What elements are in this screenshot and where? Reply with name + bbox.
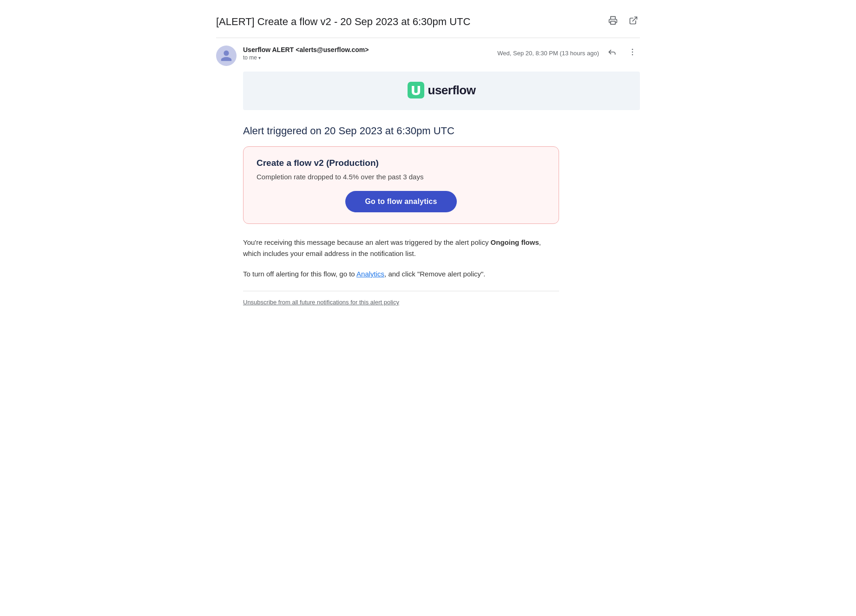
- body-paragraph-1: You're receiving this message because an…: [243, 237, 559, 259]
- unsubscribe-section: Unsubscribe from all future notification…: [243, 299, 640, 306]
- svg-point-2: [632, 49, 633, 50]
- logo-banner: userflow: [243, 72, 640, 110]
- alert-heading: Alert triggered on 20 Sep 2023 at 6:30pm…: [243, 125, 640, 137]
- email-subject: [ALERT] Create a flow v2 - 20 Sep 2023 a…: [216, 16, 470, 28]
- more-options-button[interactable]: [625, 46, 640, 61]
- body-para1-text1: You're receiving this message because an…: [243, 238, 491, 246]
- to-label: to me: [243, 54, 257, 61]
- chevron-down-icon[interactable]: ▾: [258, 55, 261, 60]
- email-body: userflow Alert triggered on 20 Sep 2023 …: [216, 72, 640, 317]
- email-date: Wed, Sep 20, 8:30 PM (13 hours ago): [497, 50, 599, 57]
- unsubscribe-link[interactable]: Unsubscribe from all future notification…: [243, 299, 399, 306]
- sender-info: Userflow ALERT <alerts@userflow.com> to …: [243, 46, 491, 61]
- body-paragraph-2: To turn off alerting for this flow, go t…: [243, 269, 559, 280]
- sender-email: <alerts@userflow.com>: [296, 46, 369, 53]
- svg-point-3: [632, 52, 633, 53]
- alert-card-desc: Completion rate dropped to 4.5% over the…: [257, 173, 546, 181]
- email-meta: Wed, Sep 20, 8:30 PM (13 hours ago): [497, 46, 640, 61]
- open-new-tab-button[interactable]: [627, 14, 640, 29]
- body-para1-bold: Ongoing flows: [491, 238, 539, 246]
- divider: [243, 291, 559, 291]
- body-para2-text2: , and click "Remove alert policy".: [384, 270, 485, 278]
- alert-card: Create a flow v2 (Production) Completion…: [243, 146, 559, 224]
- avatar: [216, 46, 237, 66]
- reply-button[interactable]: [605, 46, 619, 61]
- sender-name: Userflow ALERT: [243, 46, 294, 53]
- userflow-logo-icon: [408, 82, 424, 98]
- logo-text: userflow: [428, 83, 476, 98]
- svg-line-1: [632, 17, 637, 21]
- alert-card-title: Create a flow v2 (Production): [257, 158, 546, 168]
- body-para2-text1: To turn off alerting for this flow, go t…: [243, 270, 356, 278]
- svg-rect-5: [408, 82, 424, 98]
- svg-rect-0: [611, 21, 615, 25]
- print-button[interactable]: [606, 14, 619, 29]
- svg-point-4: [632, 54, 633, 56]
- subject-actions: [606, 14, 640, 29]
- analytics-link[interactable]: Analytics: [356, 270, 384, 278]
- go-to-flow-analytics-button[interactable]: Go to flow analytics: [345, 191, 456, 212]
